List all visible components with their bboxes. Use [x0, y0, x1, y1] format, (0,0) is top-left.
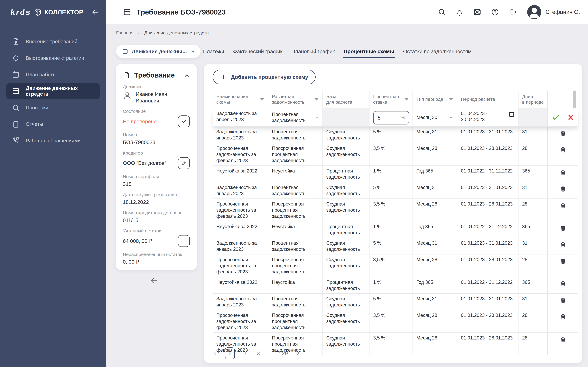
delete-row-button[interactable]	[560, 146, 567, 153]
field-state: Состояние Не проверено	[123, 109, 190, 127]
edit-period-type-select[interactable]: Месяц 30	[413, 108, 457, 127]
days-cell: 31	[519, 238, 548, 254]
help-button[interactable]	[491, 8, 499, 16]
table-row: Задолженность за январь 2023 Процентная …	[213, 294, 578, 310]
verify-button[interactable]	[178, 116, 190, 127]
debt-type-cell: Неустойка	[268, 221, 323, 238]
delete-row-button[interactable]	[560, 336, 567, 343]
days-cell: 365	[519, 277, 548, 294]
trash-icon	[560, 169, 567, 176]
table-row: Просроченная задолженность за февраль 20…	[213, 310, 578, 333]
delete-row-button[interactable]	[560, 241, 567, 248]
tab-item[interactable]: Остатки по задолженностям	[403, 44, 471, 58]
pagination-prev-button[interactable]	[212, 350, 218, 357]
base-cell: Процентная задолженность	[323, 277, 370, 294]
delete-row-button[interactable]	[560, 185, 567, 192]
bell-icon	[455, 8, 464, 16]
days-cell: 31	[519, 127, 548, 143]
confirm-button[interactable]	[551, 113, 560, 122]
card-collapse-button[interactable]	[183, 72, 190, 79]
sidebar-item[interactable]: Работа с обращениями	[6, 133, 100, 149]
debt-type-cell: Просроченная процентная задолженность	[268, 310, 323, 333]
sidebar-item[interactable]: Внесение требований	[6, 33, 100, 50]
rate-input[interactable]: 5 %	[373, 111, 409, 125]
scheme-name-cell: Задолженность за январь 2023	[213, 127, 268, 143]
base-cell: Ссудная задолженность	[323, 182, 370, 199]
chevron-down-icon	[190, 49, 195, 54]
delete-row-button[interactable]	[560, 202, 567, 209]
days-cell: 365	[519, 221, 548, 238]
edit-period-datepicker[interactable]: 01.04.2023 - 30.04.2023	[457, 108, 519, 127]
actions-cell	[548, 254, 578, 277]
filter-icon[interactable]	[404, 97, 409, 102]
logout-button[interactable]	[509, 8, 517, 16]
sidebar-item[interactable]: Движение денежных стредств	[6, 83, 100, 100]
tab-active[interactable]: Процентные схемы	[344, 44, 394, 58]
credit-card-icon	[123, 8, 131, 16]
field-number: Номер БОЗ-7980023	[123, 132, 190, 146]
schemes-card: Добавить процентную схему Наименование с…	[204, 64, 582, 363]
sidebar-item[interactable]: Выстраивание стратегии	[6, 50, 100, 66]
pagination-page[interactable]: 3	[255, 350, 262, 357]
target-icon	[12, 54, 20, 62]
actions-cell	[548, 166, 578, 182]
phone-chat-icon	[12, 137, 20, 145]
rate-cell: 5 %	[370, 238, 413, 254]
tab-item[interactable]: Платежи	[203, 44, 224, 58]
filter-icon[interactable]	[449, 97, 454, 102]
period-type-cell: Месяц 31	[413, 238, 457, 254]
sidebar-menu: Внесение требованийВыстраивание стратеги…	[0, 25, 106, 149]
mail-button[interactable]	[473, 8, 482, 16]
sidebar-item-label: Проверки	[26, 105, 48, 110]
accounted-more-button[interactable]	[178, 235, 190, 247]
breadcrumb-item[interactable]: Главная	[116, 30, 134, 35]
rate-cell: 1 %	[370, 277, 413, 294]
delete-row-button[interactable]	[560, 297, 567, 304]
days-cell: 28	[519, 310, 548, 333]
edit-debt-type-select[interactable]: Процентная задолженность	[268, 108, 323, 127]
context-switcher[interactable]: Движение денежны...	[116, 45, 201, 58]
delete-row-button[interactable]	[560, 225, 567, 232]
pagination-page-current[interactable]: 1	[225, 347, 235, 359]
delete-row-button[interactable]	[560, 169, 567, 176]
field-accounted: Учтенный остаток 64 000, 00 ₽	[123, 228, 190, 247]
dots-icon	[181, 238, 187, 244]
edit-creditor-button[interactable]	[178, 157, 190, 169]
breadcrumb-separator	[137, 31, 141, 35]
search-button[interactable]	[438, 8, 446, 16]
edit-name-cell[interactable]: Задолженность за апрель 2023	[213, 108, 268, 127]
filter-icon[interactable]	[259, 97, 265, 102]
delete-row-button[interactable]	[560, 130, 567, 137]
table-edit-row: Задолженность за апрель 2023 Процентная …	[213, 108, 578, 127]
breadcrumb-item: Движение денежных стредств	[144, 30, 208, 35]
edit-base-cell	[323, 108, 370, 127]
table-row: Просроченная задолженность за февраль 20…	[213, 254, 578, 277]
delete-row-button[interactable]	[560, 258, 567, 265]
mail-icon	[473, 8, 482, 16]
rate-cell: 1 %	[370, 166, 413, 182]
days-cell: 28	[519, 143, 548, 166]
days-cell: 31	[519, 294, 548, 310]
pagination-page[interactable]: 29	[281, 350, 288, 357]
filter-icon[interactable]	[314, 97, 319, 102]
person-icon	[527, 5, 541, 19]
delete-row-button[interactable]	[560, 313, 567, 320]
panel-back-button[interactable]	[150, 276, 158, 285]
sidebar-item[interactable]: Отчеты	[6, 116, 100, 133]
period-cell: 01.01.2023 - 31.01.2023	[457, 294, 519, 310]
bell-button[interactable]	[455, 8, 464, 16]
delete-row-button[interactable]	[560, 280, 567, 287]
sidebar-item[interactable]: План работы	[6, 66, 100, 83]
sidebar-item[interactable]: Проверки	[6, 100, 100, 116]
sidebar-collapse-button[interactable]	[91, 8, 99, 16]
pagination-next-button[interactable]	[295, 350, 301, 357]
pagination-page[interactable]: 2	[242, 350, 248, 357]
user-menu[interactable]: Стефания О.	[527, 5, 580, 19]
cancel-button[interactable]	[567, 114, 575, 121]
help-icon	[491, 8, 499, 16]
tab-item[interactable]: Фактический график	[233, 44, 283, 58]
x-icon	[567, 114, 575, 121]
accounted-value: 64 000, 00 ₽	[123, 238, 152, 244]
add-scheme-button[interactable]: Добавить процентную схему	[213, 70, 316, 84]
tab-item[interactable]: Плановый график	[291, 44, 335, 58]
